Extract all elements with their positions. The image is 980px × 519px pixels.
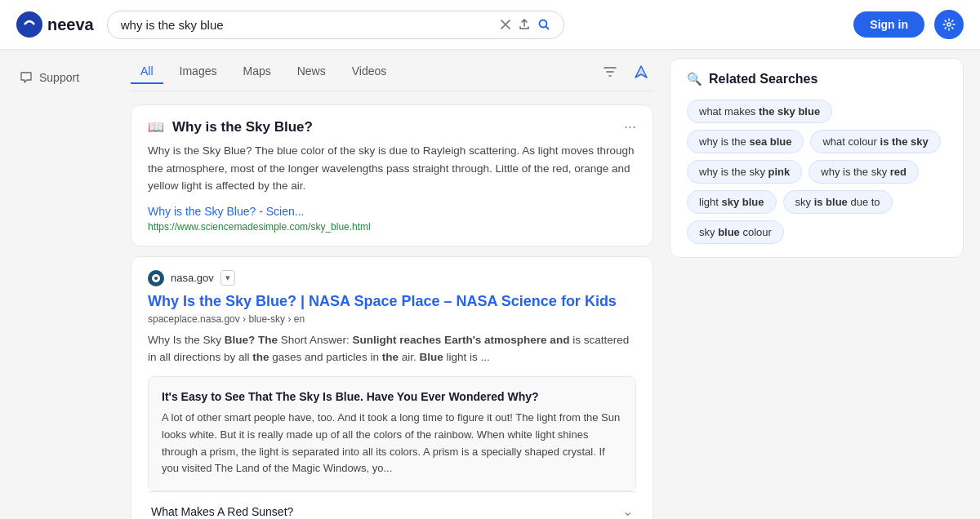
expanded-text: A lot of other smart people have, too. A… xyxy=(162,410,622,477)
related-tags-grid: what makes the sky blue why is the sea b… xyxy=(687,100,947,244)
tab-news[interactable]: News xyxy=(287,60,336,84)
tab-maps[interactable]: Maps xyxy=(233,60,280,84)
nasa-favicon xyxy=(148,270,164,286)
result-card-1-title: Why is the Sky Blue? xyxy=(172,119,313,135)
result-card-2-title[interactable]: Why Is the Sky Blue? | NASA Space Place … xyxy=(148,293,636,310)
settings-icon xyxy=(942,18,956,31)
book-icon: 📖 xyxy=(148,119,164,135)
search-bar xyxy=(107,11,564,39)
logo-text: neeva xyxy=(47,16,94,34)
source-dropdown-button[interactable]: ▾ xyxy=(220,270,235,286)
settings-button[interactable] xyxy=(934,10,964,39)
tab-images[interactable]: Images xyxy=(170,60,227,84)
svg-marker-3 xyxy=(635,66,647,78)
logo-icon xyxy=(16,11,42,38)
tab-videos[interactable]: Videos xyxy=(342,60,397,84)
share-icon xyxy=(518,18,531,31)
sidebar-right: 🔍 Related Searches what makes the sky bl… xyxy=(670,50,980,519)
location-icon xyxy=(634,64,648,79)
search-input[interactable] xyxy=(121,18,493,32)
close-icon xyxy=(500,19,511,30)
result-card-2-snippet: Why Is the Sky Blue? The Short Answer: S… xyxy=(148,331,636,366)
sidebar-item-support[interactable]: Support xyxy=(13,66,118,89)
header: neeva Sign in xyxy=(0,0,980,50)
result-card-1-snippet: Why is the Sky Blue? The blue color of t… xyxy=(148,142,636,195)
chevron-down-icon-1: ⌄ xyxy=(622,503,633,519)
header-right: Sign in xyxy=(853,10,964,39)
svg-point-5 xyxy=(154,277,158,280)
support-label: Support xyxy=(39,71,79,84)
related-tag-7[interactable]: sky is blue due to xyxy=(783,190,893,214)
related-tag-2[interactable]: why is the sea blue xyxy=(687,130,804,153)
search-icon xyxy=(537,18,550,31)
svg-point-0 xyxy=(16,11,42,38)
chat-icon xyxy=(20,71,33,84)
related-searches-box: 🔍 Related Searches what makes the sky bl… xyxy=(670,58,964,258)
result-card-1-link[interactable]: Why is the Sky Blue? - Scien... xyxy=(148,205,636,218)
logo[interactable]: neeva xyxy=(16,11,94,38)
accordion-label-1: What Makes A Red Sunset? xyxy=(151,505,293,518)
sidebar-left: Support xyxy=(0,50,131,519)
accordion-item-1[interactable]: What Makes A Red Sunset? ⌄ xyxy=(148,491,636,519)
related-tag-1[interactable]: what makes the sky blue xyxy=(687,100,832,123)
clear-search-button[interactable] xyxy=(500,19,511,30)
more-options-button-1[interactable]: ··· xyxy=(624,118,636,135)
related-searches-header: 🔍 Related Searches xyxy=(687,72,947,86)
related-searches-title: Related Searches xyxy=(709,72,817,86)
related-tag-6[interactable]: light sky blue xyxy=(687,190,777,214)
expanded-title: It's Easy to See That The Sky Is Blue. H… xyxy=(162,390,622,403)
nasa-icon xyxy=(151,273,161,283)
filter-button[interactable] xyxy=(598,60,622,84)
related-tag-4[interactable]: why is the sky pink xyxy=(687,160,802,184)
tab-all[interactable]: All xyxy=(131,60,163,84)
location-button[interactable] xyxy=(629,60,653,84)
result-card-1-url: https://www.sciencemadesimple.com/sky_bl… xyxy=(148,221,371,233)
main-layout: Support All Images Maps News Videos xyxy=(0,50,980,519)
related-tag-5[interactable]: why is the sky red xyxy=(808,160,919,184)
expanded-box: It's Easy to See That The Sky Is Blue. H… xyxy=(148,376,636,491)
svg-point-2 xyxy=(947,23,951,26)
related-tag-3[interactable]: what colour is the sky xyxy=(810,130,940,153)
content-area: All Images Maps News Videos xyxy=(131,50,980,519)
source-name: nasa.gov xyxy=(171,272,214,284)
result-card-1-header: 📖 Why is the Sky Blue? ··· xyxy=(148,118,636,135)
result-card-1: 📖 Why is the Sky Blue? ··· Why is the Sk… xyxy=(131,104,653,246)
share-button[interactable] xyxy=(518,18,531,31)
source-row: nasa.gov ▾ xyxy=(148,270,636,286)
related-tag-8[interactable]: sky blue colour xyxy=(687,220,784,244)
result-card-2: nasa.gov ▾ Why Is the Sky Blue? | NASA S… xyxy=(131,256,653,519)
sign-in-button[interactable]: Sign in xyxy=(853,11,924,38)
result-card-2-breadcrumb: spaceplace.nasa.gov › blue-sky › en xyxy=(148,313,636,325)
search-submit-button[interactable] xyxy=(537,18,550,31)
results-column: All Images Maps News Videos xyxy=(131,50,670,519)
search-icon-related: 🔍 xyxy=(687,72,702,86)
nav-tabs: All Images Maps News Videos xyxy=(131,50,653,91)
filter-icon xyxy=(603,64,617,79)
